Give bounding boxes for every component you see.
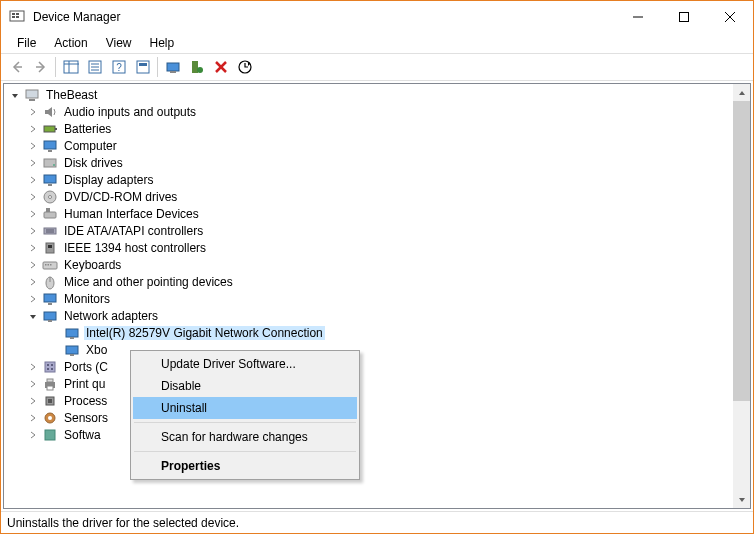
status-text: Uninstalls the driver for the selected d… [7, 516, 239, 530]
chevron-right-icon[interactable] [26, 292, 40, 306]
tree-node-label: Intel(R) 82579V Gigabit Network Connecti… [84, 326, 325, 340]
sensor-icon [42, 410, 58, 426]
device-tree[interactable]: TheBeastAudio inputs and outputsBatterie… [4, 84, 733, 508]
tree-category[interactable]: Mice and other pointing devices [4, 273, 733, 290]
tree-category[interactable]: Ports (C [4, 358, 733, 375]
svg-rect-57 [48, 320, 52, 322]
chevron-right-icon[interactable] [26, 122, 40, 136]
chevron-right-icon[interactable] [26, 394, 40, 408]
close-button[interactable] [707, 1, 753, 33]
scroll-thumb[interactable] [733, 101, 750, 401]
ctx-disable[interactable]: Disable [133, 375, 357, 397]
ctx-uninstall[interactable]: Uninstall [133, 397, 357, 419]
chevron-right-icon[interactable] [26, 258, 40, 272]
tree-node-label: Mice and other pointing devices [62, 275, 235, 289]
svg-rect-20 [137, 61, 149, 73]
menubar: File Action View Help [1, 33, 753, 53]
svg-rect-61 [70, 354, 74, 356]
enable-button[interactable] [185, 56, 208, 78]
svg-rect-62 [45, 362, 55, 372]
tree-device[interactable]: Xbo [4, 341, 733, 358]
svg-rect-29 [26, 90, 38, 98]
chevron-right-icon[interactable] [26, 156, 40, 170]
tree-category[interactable]: Print qu [4, 375, 733, 392]
device-manager-window: Device Manager File Action View Help ? [0, 0, 754, 534]
scroll-up-button[interactable] [733, 84, 750, 101]
tree-category[interactable]: IDE ATA/ATAPI controllers [4, 222, 733, 239]
chevron-right-icon[interactable] [26, 428, 40, 442]
chevron-right-icon[interactable] [26, 241, 40, 255]
ctx-properties[interactable]: Properties [133, 455, 357, 477]
chevron-right-icon[interactable] [26, 207, 40, 221]
svg-rect-34 [48, 150, 52, 152]
tree-node-label: Process [62, 394, 109, 408]
back-button[interactable] [5, 56, 28, 78]
svg-rect-54 [44, 294, 56, 302]
tree-category[interactable]: Display adapters [4, 171, 733, 188]
chevron-right-icon[interactable] [26, 105, 40, 119]
chevron-right-icon[interactable] [26, 173, 40, 187]
properties-button[interactable] [83, 56, 106, 78]
tree-category[interactable]: Softwa [4, 426, 733, 443]
menu-action[interactable]: Action [46, 34, 95, 52]
tree-category[interactable]: Monitors [4, 290, 733, 307]
tree-category[interactable]: Network adapters [4, 307, 733, 324]
ide-icon [42, 223, 58, 239]
chevron-right-icon[interactable] [26, 139, 40, 153]
hid-icon [42, 206, 58, 222]
scan-hardware-button[interactable] [233, 56, 256, 78]
chevron-down-icon[interactable] [26, 309, 40, 323]
software-icon [42, 427, 58, 443]
menu-view[interactable]: View [98, 34, 140, 52]
tree-category[interactable]: Audio inputs and outputs [4, 103, 733, 120]
tree-category[interactable]: Sensors [4, 409, 733, 426]
chevron-right-icon[interactable] [26, 411, 40, 425]
update-driver-button[interactable] [161, 56, 184, 78]
chevron-right-icon[interactable] [26, 275, 40, 289]
ctx-scan[interactable]: Scan for hardware changes [133, 426, 357, 448]
tree-category[interactable]: Keyboards [4, 256, 733, 273]
tree-device[interactable]: Intel(R) 82579V Gigabit Network Connecti… [4, 324, 733, 341]
chevron-right-icon[interactable] [26, 190, 40, 204]
svg-point-64 [51, 364, 53, 366]
tree-category[interactable]: Human Interface Devices [4, 205, 733, 222]
port-icon [42, 359, 58, 375]
tree-category[interactable]: Disk drives [4, 154, 733, 171]
svg-rect-23 [170, 71, 176, 73]
svg-rect-42 [46, 208, 50, 212]
monitor-icon [42, 138, 58, 154]
svg-point-25 [197, 67, 203, 73]
svg-rect-4 [16, 16, 19, 18]
toolbar: ? [1, 53, 753, 81]
tree-category[interactable]: Batteries [4, 120, 733, 137]
tree-node-label: Ports (C [62, 360, 110, 374]
help-button[interactable]: ? [107, 56, 130, 78]
svg-rect-51 [50, 264, 52, 266]
cpu-icon [42, 393, 58, 409]
titlebar: Device Manager [1, 1, 753, 33]
uninstall-button[interactable] [209, 56, 232, 78]
maximize-button[interactable] [661, 1, 707, 33]
content-area: TheBeastAudio inputs and outputsBatterie… [3, 83, 751, 509]
tree-category[interactable]: Process [4, 392, 733, 409]
chevron-down-icon[interactable] [8, 88, 22, 102]
tree-category[interactable]: IEEE 1394 host controllers [4, 239, 733, 256]
svg-point-63 [47, 364, 49, 366]
forward-button[interactable] [29, 56, 52, 78]
tree-root[interactable]: TheBeast [4, 86, 733, 103]
scroll-down-button[interactable] [733, 491, 750, 508]
monitor-icon [42, 172, 58, 188]
menu-help[interactable]: Help [142, 34, 183, 52]
svg-rect-6 [680, 13, 689, 22]
menu-file[interactable]: File [9, 34, 44, 52]
ctx-update-driver[interactable]: Update Driver Software... [133, 353, 357, 375]
minimize-button[interactable] [615, 1, 661, 33]
chevron-right-icon[interactable] [26, 224, 40, 238]
tree-category[interactable]: Computer [4, 137, 733, 154]
help2-button[interactable] [131, 56, 154, 78]
chevron-right-icon[interactable] [26, 360, 40, 374]
chevron-right-icon[interactable] [26, 377, 40, 391]
show-hide-tree-button[interactable] [59, 56, 82, 78]
tree-category[interactable]: DVD/CD-ROM drives [4, 188, 733, 205]
vertical-scrollbar[interactable] [733, 84, 750, 508]
